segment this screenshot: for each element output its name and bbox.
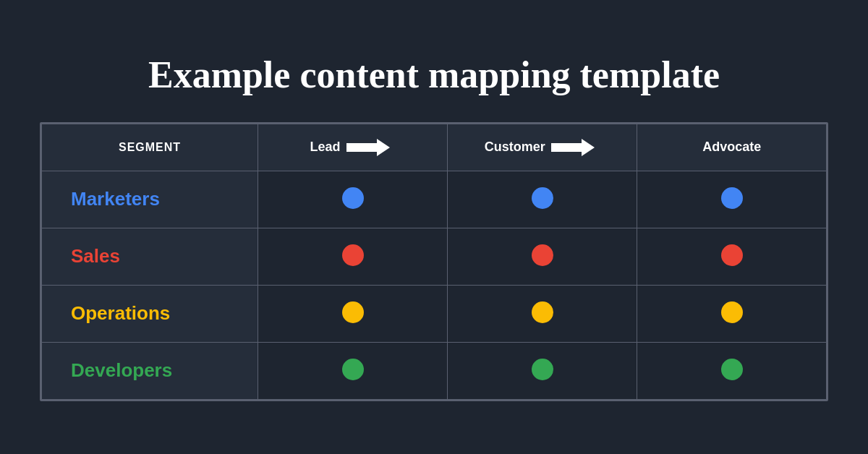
- marketers-lead-cell: [258, 171, 448, 228]
- sales-advocate-cell: [637, 228, 827, 285]
- sales-label: Sales: [42, 228, 258, 285]
- table-row: Marketers: [42, 171, 827, 228]
- table-header-row: SEGMENT Lead Customer: [42, 124, 827, 171]
- lead-to-customer-arrow: [346, 139, 390, 156]
- sales-customer-dot: [532, 244, 553, 266]
- marketers-advocate-dot: [721, 187, 743, 209]
- marketers-customer-dot: [532, 187, 553, 209]
- advocate-column-header: Advocate: [637, 124, 827, 171]
- marketers-advocate-cell: [637, 171, 827, 228]
- sales-customer-cell: [448, 228, 637, 285]
- operations-advocate-dot: [721, 301, 743, 323]
- table-row: Developers: [42, 342, 827, 399]
- lead-column-header: Lead: [258, 124, 448, 171]
- developers-advocate-cell: [637, 342, 827, 399]
- marketers-lead-dot: [342, 187, 364, 209]
- sales-advocate-dot: [721, 244, 743, 266]
- developers-lead-dot: [342, 359, 364, 380]
- operations-label: Operations: [42, 285, 258, 342]
- developers-lead-cell: [258, 342, 448, 399]
- segment-column-header: SEGMENT: [42, 124, 258, 171]
- operations-customer-dot: [532, 301, 553, 323]
- sales-lead-dot: [342, 244, 364, 266]
- marketers-label: Marketers: [42, 171, 258, 228]
- sales-lead-cell: [258, 228, 448, 285]
- svg-marker-1: [551, 139, 595, 156]
- developers-advocate-dot: [721, 359, 743, 380]
- content-mapping-table: SEGMENT Lead Customer: [40, 122, 828, 401]
- svg-marker-0: [346, 139, 390, 156]
- developers-customer-dot: [532, 359, 553, 380]
- operations-advocate-cell: [637, 285, 827, 342]
- table-row: Operations: [42, 285, 827, 342]
- developers-customer-cell: [448, 342, 637, 399]
- customer-column-header: Customer: [448, 124, 637, 171]
- operations-lead-dot: [342, 301, 364, 323]
- developers-label: Developers: [42, 342, 258, 399]
- operations-customer-cell: [448, 285, 637, 342]
- operations-lead-cell: [258, 285, 448, 342]
- marketers-customer-cell: [448, 171, 637, 228]
- customer-to-advocate-arrow: [551, 139, 595, 156]
- page-title: Example content mapping template: [148, 53, 720, 96]
- table-row: Sales: [42, 228, 827, 285]
